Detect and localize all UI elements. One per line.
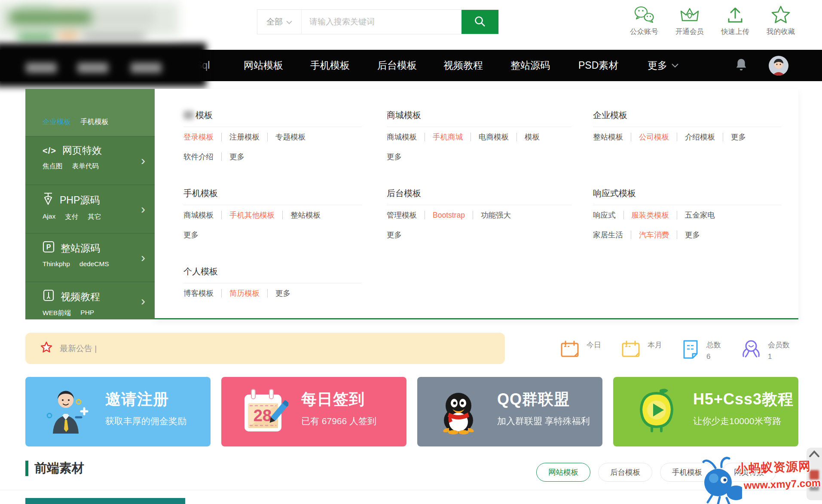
mega-link[interactable]: 介绍模板 <box>685 132 715 142</box>
mega-link-row: 更多 <box>387 147 571 167</box>
filter-pill[interactable]: 网站模板 <box>536 463 590 482</box>
link-separator <box>677 231 677 239</box>
mega-link[interactable]: 博客模板 <box>183 288 214 298</box>
mega-link[interactable]: 五金家电 <box>685 210 715 220</box>
mega-section: 响应式模板响应式服装类模板五金家电家居生活汽车消费更多 <box>593 188 781 266</box>
search-button[interactable] <box>461 10 498 34</box>
mega-link[interactable]: 手机商城 <box>433 132 463 142</box>
nav-item[interactable]: PSD素材 <box>578 50 618 81</box>
sidebar-item-1[interactable]: </>网页特效焦点图表单代码› <box>25 136 155 185</box>
mega-link-row: 商城模板手机商城电商模板模板 <box>387 127 571 147</box>
card-title: 邀请注册 <box>105 389 186 410</box>
mega-link[interactable]: 更多 <box>387 152 402 162</box>
mega-link[interactable]: 简历模板 <box>229 288 260 298</box>
mega-link[interactable]: 登录模板 <box>183 132 214 142</box>
mega-link[interactable]: 更多 <box>731 132 746 142</box>
sidebar-sub-link[interactable]: 其它 <box>88 213 101 222</box>
mega-link[interactable]: 响应式 <box>593 210 616 220</box>
sidebar-sub-link[interactable]: 焦点图 <box>43 162 63 171</box>
filter-pill[interactable]: 网页特效 <box>722 463 776 482</box>
nav-item-more[interactable]: 更多 <box>648 50 678 81</box>
sidebar-sub-link[interactable]: WEB前端 <box>43 309 71 318</box>
calendar-icon <box>621 339 642 361</box>
mega-link[interactable]: 更多 <box>387 230 402 240</box>
sidebar-sub-link[interactable]: 企业模板 <box>43 117 71 127</box>
mega-link[interactable]: 模板 <box>525 132 540 142</box>
sidebar-sub-link[interactable]: Thinkphp <box>43 260 70 268</box>
stat-会员数: 会员数1 <box>740 339 790 361</box>
filter-pill[interactable]: 后台模板 <box>598 463 652 482</box>
mega-link[interactable]: 更多 <box>275 288 290 298</box>
page: 全部 公众账号 开通会员 <box>0 0 822 504</box>
card-title: 每日签到 <box>301 389 376 410</box>
mega-link[interactable]: 公司模板 <box>639 132 669 142</box>
sidebar-item-4[interactable]: 视频教程WEB前端PHP› <box>25 282 155 319</box>
mega-link[interactable]: 手机其他模板 <box>229 210 275 220</box>
notification-bell-button[interactable] <box>736 50 747 81</box>
mega-link[interactable]: 商城模板 <box>387 132 417 142</box>
nav-item[interactable]: 后台模板 <box>377 50 417 81</box>
nav-item[interactable]: 网站模板 <box>244 50 283 81</box>
quick-link-wechat[interactable]: 公众账号 <box>624 4 664 36</box>
link-separator <box>221 289 222 298</box>
nav-item[interactable]: 整站源码 <box>510 50 550 81</box>
stat-label: 今日 <box>587 340 601 350</box>
mega-link[interactable]: 整站模板 <box>290 210 321 220</box>
mega-link[interactable]: 服装类模板 <box>632 210 669 220</box>
quick-link-upload[interactable]: 快速上传 <box>715 4 755 36</box>
mega-link[interactable]: 更多 <box>685 230 700 240</box>
mega-link[interactable]: Bootstrap <box>433 211 465 220</box>
section-header: 前端素材 <box>25 460 84 477</box>
mega-link[interactable]: 电商模板 <box>479 132 509 142</box>
back-to-top-icon[interactable] <box>807 448 822 461</box>
card-text: 每日签到已有 67966 人签到 <box>301 389 376 427</box>
search-bar: 全部 <box>257 9 499 34</box>
search-category-dropdown[interactable]: 全部 <box>257 10 302 34</box>
user-avatar[interactable] <box>768 50 789 81</box>
link-separator <box>267 133 268 141</box>
link-separator <box>723 133 723 141</box>
mega-section-title: 响应式模板 <box>593 188 781 199</box>
promo-card-4[interactable]: H5+Css3教程让你少走10000米弯路 <box>613 377 798 446</box>
mega-link[interactable]: 整站模板 <box>593 132 623 142</box>
search-icon <box>474 15 486 29</box>
filter-pill[interactable]: 手机模板 <box>660 463 714 482</box>
mega-link[interactable]: 商城模板 <box>183 210 214 220</box>
calendar-icon <box>560 339 581 361</box>
mega-link[interactable]: 更多 <box>183 230 199 240</box>
floating-toolbar[interactable] <box>807 448 822 500</box>
nav-item[interactable]: 手机模板 <box>310 50 350 81</box>
sidebar-item-2[interactable]: PHP源码Ajax支付其它› <box>25 185 155 233</box>
sidebar-sub-link[interactable]: 手机模板 <box>80 117 109 127</box>
sidebar-sub-link[interactable]: Ajax <box>43 213 55 222</box>
mega-link[interactable]: 注册模板 <box>229 132 260 142</box>
mega-link[interactable]: 家居生活 <box>593 230 623 240</box>
link-separator <box>221 133 222 141</box>
quick-link-crown[interactable]: 开通会员 <box>669 4 710 36</box>
quick-link-star[interactable]: 我的收藏 <box>761 4 801 36</box>
sidebar-sub-link[interactable]: PHP <box>80 309 94 318</box>
promo-card-3[interactable]: QQ群联盟加入群联盟 享特殊福利 <box>417 377 602 446</box>
promo-card-1[interactable]: 邀请注册获取丰厚的佣金奖励 <box>25 377 211 446</box>
link-separator <box>425 133 425 141</box>
sidebar-sub-link[interactable]: 支付 <box>65 213 78 222</box>
site-logo-blurred <box>12 2 163 45</box>
stat-今日: 今日 <box>560 339 601 361</box>
nav-item[interactable]: 视频教程 <box>443 50 483 81</box>
mega-link[interactable]: 功能强大 <box>481 210 511 220</box>
search-input[interactable] <box>302 10 461 34</box>
sidebar-item-hovered[interactable]: 企业模板手机模板 <box>25 89 155 136</box>
mega-section-title: 模板 <box>183 109 362 121</box>
sidebar-sub-link[interactable]: 表单代码 <box>72 162 99 171</box>
mega-link[interactable]: 汽车消费 <box>639 230 669 240</box>
mega-link[interactable]: 专题模板 <box>275 132 306 142</box>
mega-link[interactable]: 管理模板 <box>387 210 417 220</box>
mega-link[interactable]: 更多 <box>229 152 244 162</box>
promo-card-2[interactable]: 28 每日签到已有 67966 人签到 <box>221 377 406 446</box>
stat-value <box>587 352 601 361</box>
blurred-text <box>183 111 194 119</box>
sidebar-sub-link[interactable]: dedeCMS <box>79 260 109 268</box>
sidebar-item-3[interactable]: P整站源码ThinkphpdedeCMS› <box>25 233 155 282</box>
mega-link[interactable]: 软件介绍 <box>183 152 214 162</box>
section-title: 前端素材 <box>34 460 84 477</box>
